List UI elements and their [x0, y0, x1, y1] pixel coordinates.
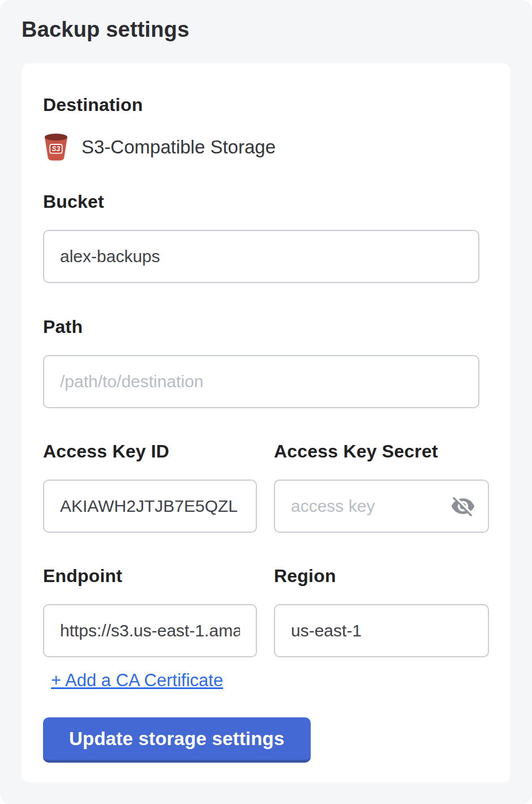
- destination-row: S3 S3-Compatible Storage: [43, 133, 489, 161]
- access-key-secret-label: Access Key Secret: [274, 440, 489, 463]
- add-ca-certificate-link[interactable]: + Add a CA Certificate: [51, 670, 223, 691]
- endpoint-section: Endpoint: [43, 564, 257, 657]
- endpoint-region-row: Endpoint Region: [43, 564, 489, 657]
- bucket-label: Bucket: [43, 190, 489, 213]
- access-key-id-section: Access Key ID: [43, 440, 257, 533]
- update-storage-settings-button[interactable]: Update storage settings: [43, 717, 311, 763]
- path-section: Path: [43, 315, 489, 408]
- page-title: Backup settings: [22, 17, 510, 42]
- svg-text:S3: S3: [52, 145, 61, 153]
- path-label: Path: [43, 315, 489, 338]
- access-key-id-input[interactable]: [43, 480, 257, 533]
- path-input[interactable]: [43, 355, 479, 408]
- eye-off-icon: [451, 494, 475, 519]
- toggle-secret-visibility-button[interactable]: [451, 494, 475, 519]
- s3-bucket-icon: S3: [43, 133, 69, 161]
- region-section: Region: [274, 564, 489, 657]
- region-input[interactable]: [274, 604, 489, 657]
- region-label: Region: [274, 564, 489, 587]
- endpoint-label: Endpoint: [43, 564, 257, 587]
- bucket-section: Bucket: [43, 190, 489, 283]
- endpoint-input[interactable]: [43, 604, 257, 657]
- access-key-id-label: Access Key ID: [43, 440, 257, 463]
- bucket-input[interactable]: [43, 230, 479, 283]
- destination-value: S3-Compatible Storage: [81, 136, 276, 158]
- access-key-secret-field: [274, 480, 489, 533]
- backup-settings-page: Backup settings Destination S3 S3-Compat…: [0, 0, 532, 804]
- access-keys-row: Access Key ID Access Key Secret: [43, 440, 489, 533]
- destination-label: Destination: [43, 93, 489, 116]
- backup-settings-card: Destination S3 S3-Compatible Storage Buc…: [22, 63, 510, 782]
- access-key-secret-section: Access Key Secret: [274, 440, 489, 533]
